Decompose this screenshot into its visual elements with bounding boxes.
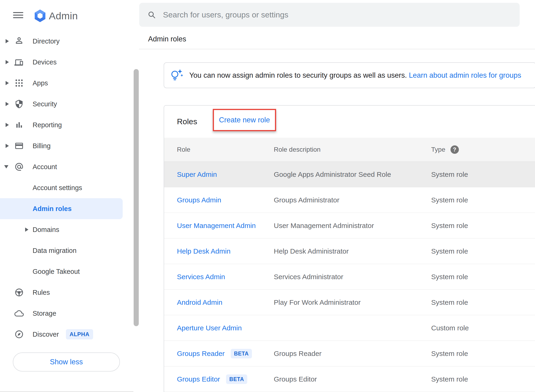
role-cell: Help Desk Admin (177, 247, 231, 255)
sidebar-item-label: Account settings (33, 184, 82, 192)
roles-heading: Roles (177, 106, 197, 137)
sidebar-item-devices[interactable]: Devices (0, 52, 133, 73)
expand-arrow-icon[interactable] (6, 60, 9, 64)
table-row: Services AdminServices AdministratorSyst… (164, 264, 535, 290)
sidebar-navigation: DirectoryDevicesAppsSecurityReportingBil… (0, 31, 133, 345)
sidebar-item-label: Reporting (33, 121, 62, 129)
expand-arrow-icon[interactable] (6, 144, 9, 148)
sidebar-item-security[interactable]: Security (0, 93, 133, 114)
table-row: Super AdminGoogle Apps Administrator See… (164, 162, 535, 187)
sidebar-item-admin-roles[interactable]: Admin roles (0, 198, 123, 219)
role-description: Groups Editor (274, 375, 317, 383)
search-icon (148, 11, 156, 19)
annotation-highlight-box: Create new role (213, 109, 276, 131)
column-header-role: Role (177, 146, 190, 153)
sidebar-scrollbar-thumb[interactable] (134, 69, 139, 326)
devices-icon (14, 57, 24, 67)
table-row: Help Desk AdminHelp Desk AdministratorSy… (164, 238, 535, 264)
role-link[interactable]: Groups Reader (177, 350, 225, 358)
collapse-arrow-icon[interactable] (4, 165, 8, 168)
admin-console-window: Admin Admin roles DirectoryDevicesAppsSe… (0, 0, 535, 392)
table-row: Groups ReaderBETAGroups ReaderSystem rol… (164, 341, 535, 366)
role-description: Groups Administrator (274, 196, 339, 204)
role-link[interactable]: User Management Admin (177, 222, 256, 230)
expand-arrow-icon[interactable] (6, 81, 9, 85)
role-cell: Groups Admin (177, 196, 221, 204)
role-description: Play For Work Administrator (274, 299, 361, 306)
at-sign-icon (14, 162, 24, 172)
sidebar-item-label: Storage (33, 310, 56, 317)
role-link[interactable]: Aperture User Admin (177, 324, 242, 332)
info-banner: You can now assign admin roles to securi… (164, 62, 535, 88)
sidebar-item-discover[interactable]: DiscoverALPHA (0, 324, 133, 345)
compass-icon (14, 330, 24, 339)
table-header: Role Role description Type ? (164, 138, 535, 162)
sidebar-item-label: Billing (33, 142, 51, 150)
sidebar-item-billing[interactable]: Billing (0, 135, 133, 156)
apps-icon (14, 78, 24, 88)
app-title: Admin (49, 10, 78, 22)
role-cell: Aperture User Admin (177, 324, 242, 332)
create-new-role-button[interactable]: Create new role (219, 116, 270, 124)
sidebar-item-reporting[interactable]: Reporting (0, 114, 133, 135)
table-row: Groups EditorBETAGroups EditorSystem rol… (164, 366, 535, 392)
role-link[interactable]: Super Admin (177, 171, 217, 178)
steering-wheel-icon (14, 288, 24, 297)
hamburger-menu-icon[interactable] (13, 12, 23, 19)
roles-table-body: Super AdminGoogle Apps Administrator See… (164, 162, 535, 392)
role-cell: User Management Admin (177, 222, 256, 230)
role-type: System role (431, 375, 468, 383)
role-type: System role (431, 273, 468, 281)
credit-card-icon (14, 141, 24, 150)
role-cell: Android Admin (177, 299, 222, 306)
role-cell: Groups EditorBETA (177, 374, 247, 384)
sidebar-item-directory[interactable]: Directory (0, 31, 133, 52)
role-type: System role (431, 350, 468, 358)
role-cell: Super Admin (177, 171, 217, 178)
table-row: Aperture User AdminCustom role (164, 315, 535, 341)
expand-arrow-icon[interactable] (6, 39, 9, 43)
lightbulb-sparkle-icon (170, 68, 184, 82)
column-header-role-description: Role description (274, 146, 321, 153)
sidebar-item-label: Discover (33, 331, 59, 338)
role-type: Custom role (431, 324, 469, 332)
role-type: System role (431, 222, 468, 230)
sidebar-item-data-migration[interactable]: Data migration (0, 240, 133, 261)
sidebar-item-apps[interactable]: Apps (0, 73, 133, 93)
banner-learn-more-link[interactable]: Learn about admin roles for groups (409, 71, 521, 79)
sidebar-item-label: Domains (33, 226, 59, 233)
roles-card: Roles Create new role Role Role descript… (164, 105, 535, 392)
sidebar-item-domains[interactable]: Domains (0, 219, 133, 240)
sidebar-item-label: Apps (33, 79, 48, 87)
bar-chart-icon (14, 120, 24, 130)
help-icon[interactable]: ? (450, 145, 459, 154)
sidebar-item-label: Data migration (33, 247, 77, 255)
role-link[interactable]: Groups Admin (177, 196, 221, 204)
divider (139, 49, 535, 49)
expand-arrow-icon[interactable] (25, 228, 28, 232)
google-admin-logo-icon (33, 8, 47, 23)
sidebar-item-label: Google Takeout (33, 268, 80, 275)
sidebar-item-label: Account (33, 163, 57, 171)
cloud-icon (14, 309, 24, 318)
role-link[interactable]: Help Desk Admin (177, 247, 231, 255)
role-description: Help Desk Administrator (274, 247, 349, 255)
expand-arrow-icon[interactable] (6, 102, 9, 106)
search-input[interactable] (163, 10, 489, 19)
sidebar-item-rules[interactable]: Rules (0, 282, 133, 303)
role-description: Services Administrator (274, 273, 343, 281)
table-row: Groups AdminGroups AdministratorSystem r… (164, 187, 535, 213)
role-description: Groups Reader (274, 350, 322, 358)
sidebar-item-storage[interactable]: Storage (0, 303, 133, 324)
page-title: Admin roles (148, 35, 186, 43)
table-row: User Management AdminUser Management Adm… (164, 213, 535, 238)
role-link[interactable]: Android Admin (177, 299, 222, 306)
sidebar-item-label: Directory (33, 37, 60, 45)
sidebar-item-account-settings[interactable]: Account settings (0, 177, 133, 198)
sidebar-item-google-takeout[interactable]: Google Takeout (0, 261, 133, 282)
show-less-button[interactable]: Show less (13, 352, 120, 372)
sidebar-item-account[interactable]: Account (0, 156, 133, 177)
expand-arrow-icon[interactable] (6, 123, 9, 127)
role-link[interactable]: Services Admin (177, 273, 225, 281)
role-link[interactable]: Groups Editor (177, 375, 220, 383)
